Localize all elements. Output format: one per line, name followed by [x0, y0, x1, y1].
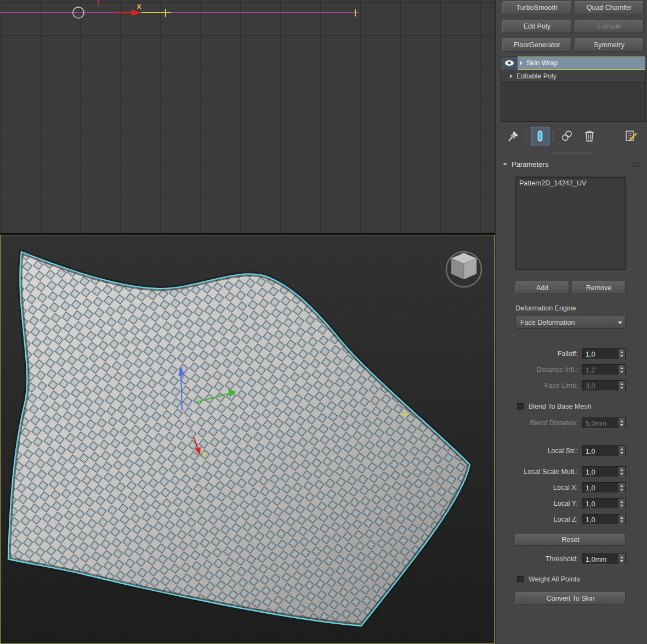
show-end-result-icon [534, 129, 547, 143]
local-str-spinner[interactable] [618, 446, 625, 456]
falloff-label: Falloff: [558, 350, 578, 358]
local-str-row: Local Str.: 1,0 [496, 445, 626, 456]
top-viewport-overlay: X [0, 0, 495, 233]
top-viewport[interactable]: X [0, 0, 495, 233]
floorgenerator-button[interactable]: FloorGenerator [502, 38, 572, 52]
modifier-stack-item-skin-wrap[interactable]: Skin Wrap [501, 57, 645, 70]
distance-infl-spinner [618, 365, 625, 375]
blend-distance-label: Blend Distance: [530, 419, 578, 427]
weight-all-points-row: Weight All Points [517, 575, 647, 584]
add-remove-row: Add Remove [515, 281, 626, 294]
local-scale-mult-value: 1,0 [583, 467, 618, 477]
local-y-spinner[interactable] [618, 499, 625, 509]
weight-all-points-label: Weight All Points [529, 575, 580, 583]
local-str-value: 1,0 [583, 446, 618, 456]
local-y-label: Local Y: [554, 500, 578, 507]
falloff-value: 1,0 [583, 349, 618, 359]
extrude-button: Extrude [575, 20, 644, 33]
turbosmooth-button[interactable]: TurboSmooth [502, 1, 572, 14]
x-axis-label: X [137, 3, 141, 10]
local-z-label: Local Z: [554, 516, 578, 523]
dropdown-arrow-button[interactable] [615, 317, 625, 328]
expand-arrow-icon[interactable] [520, 61, 523, 65]
local-str-field[interactable]: 1,0 [582, 445, 626, 456]
threshold-spinner[interactable] [618, 554, 625, 564]
toolbar-separator [553, 130, 554, 142]
blend-to-base-mesh-checkbox[interactable] [517, 403, 524, 410]
parameters-rollout-header[interactable]: Parameters [496, 154, 647, 168]
local-scale-mult-field[interactable]: 1,0 [582, 466, 626, 477]
rollout-title: Parameters [512, 160, 548, 168]
configure-modifier-sets-button[interactable] [622, 127, 640, 145]
local-y-field[interactable]: 1,0 [582, 498, 626, 509]
reset-button[interactable]: Reset [515, 534, 626, 546]
threshold-label: Threshold: [546, 555, 578, 563]
rollout-grip-icon [633, 162, 640, 167]
face-limit-value: 3,0 [583, 381, 618, 391]
face-limit-spinner [618, 381, 625, 391]
pin-icon [507, 129, 520, 143]
local-str-label: Local Str.: [547, 447, 578, 455]
viewcube[interactable] [446, 252, 481, 287]
pin-stack-button[interactable] [504, 127, 523, 145]
quad-chamfer-button[interactable]: Quad Chamfer [575, 1, 644, 14]
chevron-down-icon [618, 321, 622, 324]
falloff-row: Falloff: 1,0 [496, 348, 626, 359]
viewport-column: X [0, 0, 495, 644]
falloff-spinner[interactable] [618, 349, 625, 359]
eye-icon [504, 60, 514, 66]
distance-infl-field: 1,2 [582, 364, 626, 375]
local-scale-mult-label: Local Scale Mult.: [524, 468, 578, 476]
local-x-label: Local X: [553, 484, 578, 492]
local-z-field[interactable]: 1,0 [582, 514, 626, 525]
distance-infl-label: Distance Infl.: [536, 366, 578, 374]
falloff-field[interactable]: 1,0 [582, 348, 626, 359]
list-item[interactable]: Pattern2D_14242_UV [516, 178, 625, 188]
local-scale-mult-row: Local Scale Mult.: 1,0 [496, 466, 626, 477]
pattern-mesh-object[interactable] [8, 252, 470, 626]
visibility-toggle[interactable] [501, 57, 518, 70]
blend-to-base-mesh-label: Blend To Base Mesh [529, 403, 591, 410]
3dsmax-window: X [0, 0, 647, 644]
convert-to-skin-button[interactable]: Convert To Skin [515, 592, 626, 605]
x-axis-arrowhead[interactable] [132, 9, 140, 16]
local-scale-mult-spinner[interactable] [618, 467, 625, 477]
modifier-stack-item-editable-poly[interactable]: Editable Poly [501, 70, 645, 83]
local-z-row: Local Z: 1,0 [496, 514, 626, 525]
modifier-button-grid: TurboSmooth Quad Chamfer Edit Poly Extru… [496, 0, 647, 52]
command-panel: TurboSmooth Quad Chamfer Edit Poly Extru… [495, 0, 647, 644]
distance-infl-value: 1,2 [583, 365, 618, 375]
distance-infl-row: Distance Infl.: 1,2 [496, 364, 626, 375]
active-perspective-viewport[interactable] [0, 235, 495, 644]
local-x-row: Local X: 1,0 [496, 482, 626, 493]
modifier-stack[interactable]: Skin Wrap Editable Poly [501, 56, 646, 122]
show-end-result-button[interactable] [531, 127, 549, 145]
make-unique-button[interactable] [558, 127, 576, 145]
deformation-engine-dropdown[interactable]: Face Deformation [515, 317, 626, 329]
wrap-objects-list[interactable]: Pattern2D_14242_UV [515, 177, 626, 270]
weight-all-points-checkbox[interactable] [517, 576, 524, 583]
threshold-row: Threshold: 1,0mm [496, 553, 626, 564]
collapse-arrow-icon [503, 163, 507, 166]
deformation-engine-label: Deformation Engine [515, 304, 647, 312]
add-button[interactable]: Add [515, 281, 569, 294]
face-limit-field: 3,0 [582, 380, 626, 391]
viewport-scene [1, 235, 494, 643]
expand-arrow-icon[interactable] [510, 74, 513, 78]
modifier-name: Skin Wrap [525, 59, 558, 67]
local-z-spinner[interactable] [618, 515, 625, 524]
edit-poly-button[interactable]: Edit Poly [502, 20, 572, 33]
remove-modifier-button[interactable] [580, 127, 599, 145]
threshold-field[interactable]: 1,0mm [582, 553, 626, 564]
blend-distance-row: Blend Distance: 5,0mm [496, 417, 626, 428]
local-x-field[interactable]: 1,0 [582, 482, 626, 493]
remove-button[interactable]: Remove [572, 281, 626, 294]
trash-icon [583, 129, 595, 143]
local-x-spinner[interactable] [618, 483, 625, 493]
local-x-value: 1,0 [583, 483, 618, 493]
blend-to-base-mesh-row: Blend To Base Mesh [517, 402, 647, 411]
symmetry-button[interactable]: Symmetry [575, 38, 644, 52]
threshold-value: 1,0mm [583, 554, 618, 564]
face-limit-label: Face Limit: [544, 382, 578, 389]
blend-distance-field: 5,0mm [582, 417, 626, 428]
